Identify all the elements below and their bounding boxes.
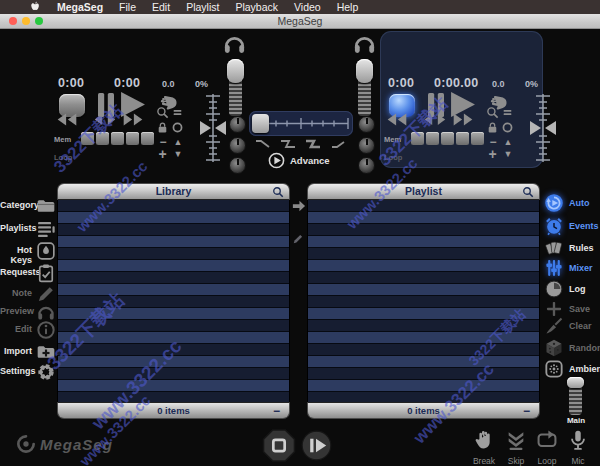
window-title: MegaSeg bbox=[0, 15, 600, 27]
sidebar-item-auto[interactable]: Auto bbox=[542, 193, 600, 214]
eq-knob-right-1[interactable] bbox=[358, 116, 375, 133]
menu-file[interactable]: File bbox=[119, 0, 136, 14]
megaseg-logo: MegaSeg bbox=[16, 434, 113, 454]
mic-button[interactable]: Mic bbox=[560, 429, 596, 466]
master-stop-button[interactable] bbox=[262, 429, 296, 462]
menu-app-name[interactable]: MegaSeg bbox=[57, 0, 103, 14]
library-footer: 0 items − bbox=[57, 402, 290, 419]
library-header[interactable]: Library bbox=[57, 183, 290, 200]
deck1-nudge-up-button[interactable]: ▲ bbox=[172, 136, 184, 147]
sidebar-item-edit[interactable]: Edit bbox=[0, 320, 58, 341]
sidebar-item-events[interactable]: Events bbox=[542, 216, 600, 237]
apple-menu-icon[interactable] bbox=[30, 1, 41, 13]
fade-curve-2-icon[interactable] bbox=[280, 139, 296, 149]
advance-button[interactable]: Advance bbox=[268, 152, 330, 169]
crossfader[interactable] bbox=[249, 111, 353, 136]
cards-icon bbox=[544, 238, 564, 258]
deck2-lock-icon[interactable] bbox=[486, 121, 499, 134]
deck2-pitch-plus-button[interactable]: + bbox=[486, 147, 499, 160]
deck-2: 0:00 0:00.00 0.0 0% Mem − + ▲ ▼ Loop bbox=[382, 76, 558, 168]
library-search-icon[interactable] bbox=[272, 186, 284, 198]
playlist-row-list[interactable] bbox=[307, 200, 540, 402]
menu-playlist[interactable]: Playlist bbox=[186, 0, 219, 14]
deck1-fast-forward-button[interactable] bbox=[122, 113, 144, 126]
sidebar-item-mixer[interactable]: Mixer bbox=[542, 258, 600, 279]
hand-icon bbox=[473, 429, 495, 451]
playlist-minus-icon[interactable]: − bbox=[523, 404, 530, 418]
library-panel: Library 0 items − bbox=[57, 183, 290, 419]
menu-edit[interactable]: Edit bbox=[152, 0, 170, 14]
cue-volume-fader-right[interactable] bbox=[356, 59, 373, 116]
deck1-nudge-down-button[interactable]: ▼ bbox=[172, 148, 184, 159]
sidebar-item-hot-keys[interactable]: Hot Keys bbox=[0, 241, 58, 262]
logo-text: MegaSeg bbox=[40, 436, 113, 453]
deck-1: 0:00 0:00 0.0 0% Mem − + ▲ ▼ Loop bbox=[52, 76, 228, 168]
auto-play-icon bbox=[544, 193, 564, 213]
deck1-match-tempo-icon[interactable] bbox=[171, 107, 184, 118]
fade-curve-buttons bbox=[255, 139, 346, 149]
playlist-header[interactable]: Playlist bbox=[307, 183, 540, 200]
deck2-pitch-slider[interactable] bbox=[530, 92, 556, 164]
deck1-pitch-plus-button[interactable]: + bbox=[156, 147, 169, 160]
clock-icon bbox=[544, 279, 564, 299]
library-title: Library bbox=[58, 185, 289, 197]
loop-arrow-icon bbox=[536, 429, 558, 451]
deck2-prev-next-button[interactable] bbox=[422, 113, 448, 126]
deck1-memory-buttons[interactable] bbox=[81, 132, 154, 145]
playlist-footer: 0 items − bbox=[307, 402, 540, 419]
deck1-lock-icon[interactable] bbox=[156, 121, 169, 134]
menu-help[interactable]: Help bbox=[337, 0, 359, 14]
alarm-clock-icon bbox=[544, 216, 564, 236]
eq-knob-left-2[interactable] bbox=[229, 137, 246, 154]
playlist-panel: Playlist 0 items − bbox=[307, 183, 540, 419]
sidebar-item-clear[interactable]: Clear bbox=[542, 316, 600, 337]
deck2-remaining-time: 0:00.00 bbox=[434, 76, 479, 90]
master-play-next-button[interactable] bbox=[301, 430, 332, 461]
edit-tag-icon[interactable] bbox=[292, 233, 304, 245]
deck2-fast-forward-button[interactable] bbox=[452, 113, 474, 126]
sidebar-item-rules[interactable]: Rules bbox=[542, 238, 600, 259]
fade-curve-1-icon[interactable] bbox=[255, 139, 271, 149]
library-minus-icon[interactable]: − bbox=[273, 404, 280, 418]
deck1-loop-ring-icon[interactable] bbox=[171, 121, 184, 134]
sidebar-item-settings[interactable]: Settings bbox=[0, 362, 58, 383]
deck2-nudge-up-button[interactable]: ▲ bbox=[502, 136, 514, 147]
library-row-list[interactable] bbox=[57, 200, 290, 402]
deck2-loop-ring-icon[interactable] bbox=[501, 121, 514, 134]
playlist-search-icon[interactable] bbox=[522, 186, 534, 198]
fade-curve-3-icon[interactable] bbox=[305, 139, 321, 149]
deck1-search-icon[interactable] bbox=[156, 106, 169, 119]
microphone-icon bbox=[567, 429, 589, 451]
cue-volume-fader-left[interactable] bbox=[227, 59, 244, 116]
deck2-search-icon[interactable] bbox=[486, 106, 499, 119]
crossfader-handle[interactable] bbox=[252, 114, 269, 133]
menu-video[interactable]: Video bbox=[294, 0, 321, 14]
break-button[interactable]: Break bbox=[466, 429, 502, 466]
deck1-prev-next-button[interactable] bbox=[92, 113, 118, 126]
deck2-memory-buttons[interactable] bbox=[411, 132, 484, 145]
deck2-rewind-button[interactable] bbox=[386, 113, 408, 126]
folder-plus-icon bbox=[36, 342, 56, 362]
deck2-match-tempo-icon[interactable] bbox=[501, 107, 514, 118]
menu-playback[interactable]: Playback bbox=[235, 0, 278, 14]
eq-knob-right-3[interactable] bbox=[358, 157, 375, 174]
deck1-remaining-time: 0:00 bbox=[114, 76, 140, 90]
eq-knob-left-1[interactable] bbox=[229, 116, 246, 133]
deck1-elapsed-time: 0:00 bbox=[58, 76, 84, 90]
eq-knob-left-3[interactable] bbox=[229, 157, 246, 174]
add-to-playlist-arrow-icon[interactable] bbox=[291, 199, 306, 213]
sidebar-item-import[interactable]: Import bbox=[0, 342, 58, 363]
sidebar-item-random[interactable]: Random bbox=[542, 338, 600, 359]
deck1-rewind-button[interactable] bbox=[56, 113, 78, 126]
sidebar-item-log[interactable]: Log bbox=[542, 279, 600, 300]
eq-knob-right-2[interactable] bbox=[358, 137, 375, 154]
deck2-pitch-percent: 0% bbox=[525, 79, 538, 89]
main-volume-fader[interactable] bbox=[567, 377, 584, 415]
clipboard-check-icon bbox=[36, 263, 56, 283]
deck2-nudge-down-button[interactable]: ▼ bbox=[502, 148, 514, 159]
fade-curve-4-icon[interactable] bbox=[330, 139, 346, 149]
sidebar-item-requests[interactable]: Requests bbox=[0, 263, 58, 284]
sidebar-item-playlists[interactable]: Playlists bbox=[0, 219, 58, 240]
sidebar-item-category[interactable]: Category bbox=[0, 196, 58, 217]
deck1-pitch-slider[interactable] bbox=[200, 92, 226, 164]
